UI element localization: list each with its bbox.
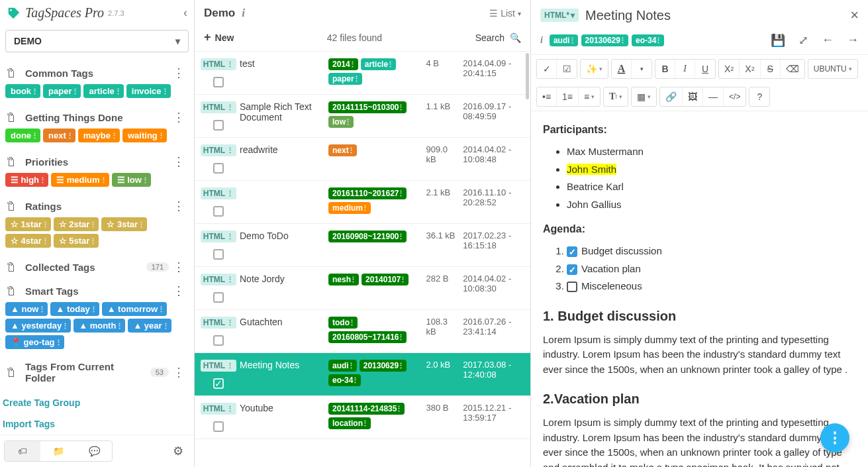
- tag-more-icon[interactable]: ⋮: [158, 131, 165, 140]
- checkbox-checked-icon[interactable]: [567, 264, 577, 275]
- file-row[interactable]: HTML⋮✓Meeting Notesaudi⋮20130629⋮eo-34⋮2…: [195, 353, 530, 396]
- file-row[interactable]: HTML⋮readwritenext⋮909.0 kB2014.04.02 - …: [195, 138, 530, 181]
- checkbox-checked-icon[interactable]: [567, 246, 577, 257]
- file-tag[interactable]: 20141114-214835⋮: [328, 403, 405, 415]
- file-type-badge[interactable]: HTML⋮: [201, 101, 236, 113]
- file-tag[interactable]: nesh⋮: [328, 274, 359, 285]
- tag-more-icon[interactable]: ⋮: [399, 276, 407, 284]
- file-type-badge[interactable]: HTML⋮: [201, 58, 236, 70]
- file-row[interactable]: HTML⋮Gutachtentodo⋮20160805~171416⋮108.3…: [195, 310, 530, 353]
- tag-more-icon[interactable]: ⋮: [362, 419, 369, 428]
- sidebar-tag[interactable]: done⋮: [5, 129, 40, 142]
- checkbox-empty-icon[interactable]: [567, 282, 577, 292]
- tag-more-icon[interactable]: ⋮: [344, 118, 352, 127]
- tag-more-icon[interactable]: ⋮: [116, 321, 123, 330]
- sidebar-tag[interactable]: maybe⋮: [78, 129, 120, 142]
- html-button[interactable]: </>: [724, 87, 746, 106]
- row-checkbox[interactable]: [213, 421, 224, 432]
- footer-tab-folders[interactable]: 📁: [40, 441, 76, 461]
- image-button[interactable]: 🖼: [683, 87, 703, 106]
- sidebar-tag[interactable]: ☰ high⋮: [5, 173, 48, 187]
- row-checkbox[interactable]: [213, 206, 224, 217]
- tag-more-icon[interactable]: ⋮: [42, 220, 49, 229]
- tag-more-icon[interactable]: ⋮: [158, 305, 165, 313]
- file-type-badge[interactable]: HTML⋮: [201, 317, 236, 329]
- subscript-button[interactable]: X2: [740, 60, 760, 78]
- sidebar-tag[interactable]: article⋮: [83, 84, 123, 98]
- info-icon[interactable]: i: [540, 35, 543, 46]
- sidebar-tag[interactable]: ☆ 3star⋮: [101, 217, 147, 231]
- scrollbar-thumb[interactable]: [526, 53, 529, 99]
- sidebar-tag[interactable]: ▲ year⋮: [128, 319, 171, 333]
- footer-tab-tags[interactable]: 🏷: [5, 441, 40, 461]
- new-button[interactable]: +New: [204, 30, 234, 44]
- file-type-badge[interactable]: HTML⋮: [201, 360, 236, 372]
- document-tag[interactable]: audi⋮: [550, 34, 578, 46]
- row-checkbox[interactable]: [213, 249, 224, 260]
- check-button[interactable]: ✓: [537, 60, 557, 78]
- file-row[interactable]: HTML⋮Demo ToDo20160908~121900⋮36.1 kB201…: [195, 224, 530, 267]
- next-icon[interactable]: →: [847, 33, 859, 48]
- row-checkbox[interactable]: [213, 77, 224, 87]
- tag-more-icon[interactable]: ⋮: [352, 376, 359, 385]
- font-family-select[interactable]: UBUNTU: [808, 60, 857, 78]
- file-tag[interactable]: low⋮: [328, 116, 354, 128]
- tag-more-icon[interactable]: ⋮: [348, 362, 355, 370]
- tag-group-header[interactable]: 🏷Collected Tags171⋮: [3, 254, 191, 278]
- file-tag[interactable]: 20140107⋮: [362, 274, 409, 285]
- sidebar-tag[interactable]: next⋮: [43, 129, 75, 142]
- tag-more-icon[interactable]: ⋮: [362, 204, 369, 213]
- tag-more-icon[interactable]: ⋮: [89, 220, 97, 229]
- font-color-caret[interactable]: ▾: [632, 60, 651, 78]
- prev-icon[interactable]: ←: [822, 33, 834, 48]
- tag-group-header[interactable]: 🏷Priorities⋮: [3, 149, 191, 173]
- tag-more-icon[interactable]: ⋮: [387, 60, 394, 69]
- row-checkbox[interactable]: [213, 163, 224, 174]
- sidebar-tag[interactable]: ☰ medium⋮: [51, 173, 109, 187]
- sidebar-tag[interactable]: ☆ 2star⋮: [54, 217, 99, 231]
- sidebar-tag[interactable]: ▲ today⋮: [50, 302, 99, 316]
- superscript-button[interactable]: X2: [719, 60, 740, 78]
- sidebar-tag[interactable]: ▲ month⋮: [73, 319, 125, 333]
- tag-more-icon[interactable]: ⋮: [397, 362, 405, 370]
- sidebar-tag[interactable]: waiting⋮: [122, 129, 167, 142]
- bold-button[interactable]: B: [655, 60, 675, 78]
- tag-more-icon[interactable]: ⋮: [348, 146, 355, 155]
- tag-more-icon[interactable]: ⋮: [31, 87, 38, 95]
- sidebar-tag[interactable]: book⋮: [5, 84, 40, 98]
- tag-more-icon[interactable]: ⋮: [55, 338, 62, 346]
- hr-button[interactable]: —: [703, 87, 724, 106]
- file-tag[interactable]: article⋮: [361, 58, 396, 70]
- kebab-menu-icon[interactable]: ⋮: [169, 154, 189, 169]
- text-style-button[interactable]: T!: [604, 87, 628, 106]
- close-icon[interactable]: ×: [850, 7, 859, 24]
- tag-more-icon[interactable]: ⋮: [111, 131, 118, 140]
- sidebar-tag[interactable]: ▲ now⋮: [5, 302, 48, 316]
- kebab-menu-icon[interactable]: ⋮: [169, 66, 189, 80]
- help-button[interactable]: ?: [749, 87, 769, 106]
- tag-more-icon[interactable]: ⋮: [397, 333, 405, 342]
- file-type-badge[interactable]: HTML⋮: [201, 144, 236, 156]
- file-tag[interactable]: next⋮: [328, 144, 357, 156]
- file-tag[interactable]: todo⋮: [328, 317, 358, 329]
- tag-more-icon[interactable]: ⋮: [100, 176, 107, 184]
- tag-more-icon[interactable]: ⋮: [39, 176, 46, 184]
- create-tag-group-link[interactable]: Create Tag Group: [3, 397, 80, 408]
- editor-content[interactable]: Participants: Max Mustermann John Smith …: [531, 111, 868, 467]
- font-color-button[interactable]: A: [612, 60, 632, 78]
- sidebar-tag[interactable]: paper⋮: [43, 84, 81, 98]
- import-tags-link[interactable]: Import Tags: [3, 419, 55, 429]
- tag-more-icon[interactable]: ⋮: [138, 220, 145, 229]
- footer-tab-chat[interactable]: 💬: [76, 441, 112, 461]
- tag-more-icon[interactable]: ⋮: [397, 233, 405, 241]
- tag-more-icon[interactable]: ⋮: [655, 36, 662, 45]
- save-icon[interactable]: 💾: [771, 33, 785, 48]
- file-row[interactable]: HTML⋮20161110~201627⋮medium⋮2.1 kB2016.1…: [195, 181, 530, 224]
- magic-button[interactable]: ✨: [581, 60, 608, 78]
- tag-more-icon[interactable]: ⋮: [142, 176, 149, 184]
- file-tag[interactable]: location⋮: [328, 417, 371, 429]
- document-title[interactable]: Meeting Notes: [585, 8, 844, 23]
- sidebar-tag[interactable]: invoice⋮: [126, 84, 171, 98]
- file-row[interactable]: HTML⋮Note Jordynesh⋮20140107⋮282 B2014.0…: [195, 267, 530, 310]
- tag-more-icon[interactable]: ⋮: [38, 305, 46, 313]
